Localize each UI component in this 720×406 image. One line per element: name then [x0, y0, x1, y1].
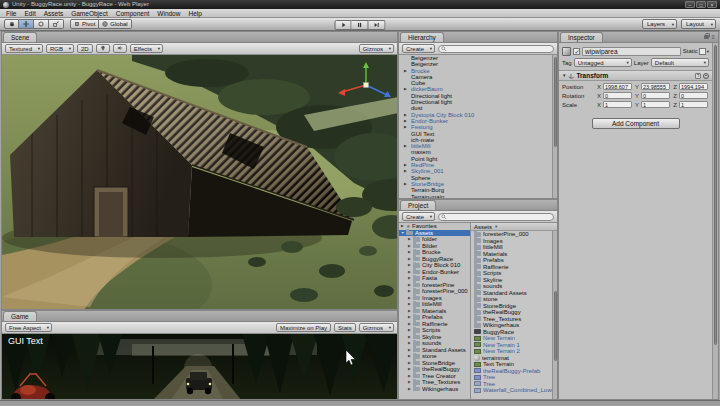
axis-x-field[interactable]: 0	[603, 92, 632, 100]
menu-item[interactable]: File	[2, 9, 20, 18]
rotate-tool-button[interactable]	[34, 19, 49, 29]
step-button[interactable]	[369, 20, 386, 30]
effects-dropdown[interactable]: Effects	[130, 44, 163, 53]
layer-dropdown[interactable]: Default	[651, 58, 709, 67]
axis-x-field[interactable]: 1998.607	[603, 83, 632, 91]
axis-x-label: X	[595, 84, 601, 90]
hierarchy-scrollbar[interactable]	[552, 55, 557, 198]
tab-scene[interactable]: Scene	[3, 32, 37, 42]
add-component-button[interactable]: Add Component	[592, 118, 680, 129]
folder-icon	[413, 361, 420, 366]
maximize-on-play-label: Maximize on Play	[280, 325, 327, 331]
tab-project[interactable]: Project	[400, 200, 436, 210]
speaker-icon	[117, 45, 123, 51]
axis-y-label: Y	[633, 102, 639, 108]
static-checkbox[interactable]	[699, 48, 706, 55]
pivot-label: Pivot	[82, 21, 95, 27]
pivot-toggle-button[interactable]: Pivot	[70, 19, 99, 29]
hierarchy-item-label: Endor-Bunker	[411, 118, 448, 124]
unity-logo-icon	[3, 2, 9, 8]
close-button[interactable]	[707, 1, 717, 8]
folder-icon	[413, 328, 420, 333]
2d-label: 2D	[81, 46, 89, 52]
help-icon[interactable]	[695, 73, 701, 79]
hand-tool-icon	[9, 21, 15, 27]
project-search-input[interactable]	[438, 213, 554, 221]
play-button[interactable]	[335, 20, 352, 30]
lock-icon[interactable]	[704, 35, 709, 39]
static-dropdown-icon[interactable]	[707, 49, 709, 54]
transform-component-header[interactable]: Transform	[559, 70, 712, 81]
scene-audio-toggle[interactable]	[113, 44, 127, 53]
active-checkbox[interactable]	[573, 48, 580, 55]
tab-inspector[interactable]: Inspector	[560, 32, 603, 42]
gear-icon[interactable]	[703, 73, 709, 79]
maximize-button[interactable]	[696, 1, 706, 8]
menu-item[interactable]: Edit	[20, 9, 39, 18]
stats-button[interactable]: Stats	[334, 323, 356, 332]
panel-menu-icon[interactable]: ≡	[711, 34, 715, 40]
game-gizmos-dropdown[interactable]: Gizmos	[359, 323, 394, 332]
axis-y-field[interactable]: 23.98555	[641, 83, 670, 91]
menu-item[interactable]: Assets	[40, 9, 68, 18]
hierarchy-search-input[interactable]	[438, 45, 554, 53]
minimize-button[interactable]	[685, 1, 695, 8]
maximize-on-play-button[interactable]: Maximize on Play	[276, 323, 331, 332]
render-mode-label: RGB	[50, 46, 63, 52]
folder-icon	[413, 244, 420, 249]
layer-label: Layer	[634, 60, 649, 66]
playmode-controls	[335, 20, 386, 30]
layers-dropdown[interactable]: Layers	[642, 19, 677, 29]
game-viewport[interactable]: GUI Text	[2, 334, 397, 399]
foldout-icon[interactable]	[562, 73, 566, 78]
inspector-tabbar: Inspector ≡	[559, 32, 718, 43]
effects-label: Effects	[134, 46, 152, 52]
global-toggle-button[interactable]: Global	[99, 19, 131, 29]
menu-item[interactable]: GameObject	[67, 9, 112, 18]
aspect-dropdown[interactable]: Free Aspect	[5, 323, 52, 332]
toolbar-right-group: Layers Layout	[642, 19, 716, 29]
object-name-field[interactable]: wipwiparea	[582, 47, 681, 56]
menu-item[interactable]: Component	[112, 9, 154, 18]
scene-lighting-toggle[interactable]	[96, 44, 110, 53]
tab-game[interactable]: Game	[3, 311, 37, 321]
axis-y-field[interactable]: 1	[641, 101, 670, 109]
globe-icon	[102, 21, 108, 27]
axis-z-field[interactable]: 1	[679, 101, 708, 109]
render-mode-dropdown[interactable]: RGB	[46, 44, 74, 53]
folder-icon	[413, 276, 420, 281]
search-icon	[441, 214, 447, 220]
axis-y-field[interactable]: 0	[641, 92, 670, 100]
tab-hierarchy[interactable]: Hierarchy	[400, 32, 444, 42]
project-asset-row[interactable]: Waterfall_Combined_Lower	[471, 387, 552, 394]
scene-viewport[interactable]	[2, 55, 397, 309]
project-create-dropdown[interactable]: Create	[402, 212, 435, 221]
tag-dropdown[interactable]: Untagged	[574, 58, 632, 67]
pause-button[interactable]	[352, 20, 369, 30]
hand-tool-button[interactable]	[4, 19, 19, 29]
inspector-body: wipwiparea Static Tag Untagged Layer Def…	[559, 43, 712, 399]
layout-dropdown[interactable]: Layout	[681, 19, 716, 29]
tag-label: Tag	[562, 60, 572, 66]
2d-toggle-button[interactable]: 2D	[77, 44, 93, 53]
axis-x-field[interactable]: 1	[603, 101, 632, 109]
asset-icon	[474, 388, 481, 393]
assets-breadcrumb[interactable]: Assets	[471, 223, 557, 231]
move-tool-button[interactable]	[19, 19, 34, 29]
project-folder-row[interactable]: Wikingerhaus	[399, 386, 470, 393]
inspector-scrollbar[interactable]	[712, 43, 718, 399]
axis-z-field[interactable]: 0	[679, 92, 708, 100]
scale-tool-button[interactable]	[49, 19, 64, 29]
hierarchy-item[interactable]: Terrain-main	[399, 194, 552, 198]
menu-item[interactable]: Window	[153, 9, 184, 18]
inspector-panel: Inspector ≡ wipwiparea Static Tag U	[558, 31, 719, 400]
project-assets-scrollbar[interactable]	[552, 231, 557, 399]
hierarchy-panel: Hierarchy Create Beigenzer Beigenzer	[398, 31, 558, 199]
draw-mode-dropdown[interactable]: Textured	[5, 44, 43, 53]
transform-row-label: Scale	[562, 102, 594, 108]
hierarchy-create-dropdown[interactable]: Create	[402, 44, 435, 53]
axis-z-field[interactable]: 1994.194	[679, 83, 708, 91]
scene-gizmos-dropdown[interactable]: Gizmos	[359, 44, 394, 53]
menu-item[interactable]: Help	[184, 9, 205, 18]
game-panel: Game Free Aspect Maximize on Play Stats …	[1, 310, 398, 400]
